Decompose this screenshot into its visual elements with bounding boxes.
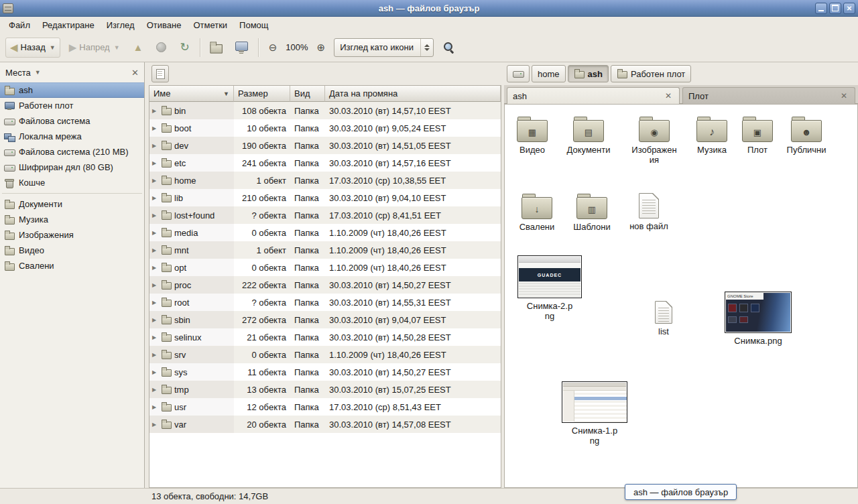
up-button[interactable]: ▲ [129, 38, 148, 58]
sidebar-item[interactable]: Видео [0, 243, 144, 258]
column-header-type[interactable]: Вид [290, 86, 325, 102]
folder-item-video[interactable]: Видео [505, 117, 559, 155]
sidebar-item[interactable]: Кошче [0, 175, 144, 190]
expander-icon[interactable]: ▶ [152, 282, 158, 288]
table-row[interactable]: ▶ media 0 обекта Папка 1.10.2009 (чт) 18… [149, 224, 501, 241]
sidebar-item[interactable]: Изображения [0, 227, 144, 243]
expander-icon[interactable]: ▶ [152, 108, 158, 114]
expander-icon[interactable]: ▶ [152, 265, 158, 271]
image-item-snimka[interactable]: GNOME Store Снимка.png [725, 292, 792, 346]
menu-item[interactable]: Изглед [101, 18, 141, 32]
path-desktop-button[interactable]: Работен плот [611, 65, 691, 82]
table-row[interactable]: ▶ home 1 обект Папка 17.03.2010 (ср) 10,… [149, 172, 501, 189]
table-row[interactable]: ▶ sbin 272 обекта Папка 30.03.2010 (вт) … [149, 311, 501, 328]
sidebar-item[interactable]: ash [0, 82, 144, 98]
location-bar-toggle-button[interactable] [151, 65, 169, 82]
sidebar-item[interactable]: Документи [0, 196, 144, 212]
expander-icon[interactable]: ▶ [152, 212, 158, 218]
table-row[interactable]: ▶ etc 241 обекта Папка 30.03.2010 (вт) 1… [149, 154, 501, 172]
back-button[interactable]: ◀ Назад ▼ [5, 38, 60, 58]
expander-icon[interactable]: ▶ [152, 230, 158, 236]
menu-item[interactable]: Отиване [141, 18, 188, 32]
image-item-snimka2[interactable]: GUADEC Снимка-2.png [517, 255, 582, 322]
expander-icon[interactable]: ▶ [152, 195, 158, 201]
table-row[interactable]: ▶ sys 11 обекта Папка 30.03.2010 (вт) 14… [149, 363, 501, 381]
forward-button[interactable]: ▶ Напред ▼ [64, 38, 125, 58]
table-row[interactable]: ▶ proc 222 обекта Папка 30.03.2010 (вт) … [149, 276, 501, 294]
close-button[interactable] [843, 3, 855, 14]
table-row[interactable]: ▶ bin 108 обекта Папка 30.03.2010 (вт) 1… [149, 102, 501, 119]
sidebar-item[interactable]: Работен плот [0, 98, 144, 113]
path-current-button[interactable]: ash [568, 65, 609, 82]
expander-icon[interactable]: ▶ [152, 247, 158, 253]
path-home-button[interactable]: home [532, 65, 566, 82]
table-row[interactable]: ▶ mnt 1 обект Папка 1.10.2009 (чт) 18,40… [149, 241, 501, 259]
table-row[interactable]: ▶ lib 210 обекта Папка 30.03.2010 (вт) 9… [149, 189, 501, 206]
expander-icon[interactable]: ▶ [152, 352, 158, 358]
back-dropdown-icon[interactable]: ▼ [50, 44, 56, 51]
menu-item[interactable]: Файл [3, 18, 36, 32]
stop-button[interactable] [151, 38, 171, 58]
expander-icon[interactable]: ▶ [152, 387, 158, 393]
sidebar-mode-dropdown-icon[interactable]: ▼ [35, 69, 41, 76]
minimize-button[interactable] [815, 3, 827, 14]
table-row[interactable]: ▶ boot 10 обекта Папка 30.03.2010 (вт) 9… [149, 119, 501, 137]
table-row[interactable]: ▶ selinux 21 обекта Папка 30.03.2010 (вт… [149, 328, 501, 346]
file-name: lost+found [174, 210, 214, 220]
search-button[interactable] [438, 38, 460, 58]
expander-icon[interactable]: ▶ [152, 125, 158, 131]
expander-icon[interactable]: ▶ [152, 369, 158, 375]
tab-plot[interactable]: Плот ✕ [682, 87, 855, 104]
sidebar-close-icon[interactable]: ✕ [131, 68, 139, 78]
sidebar-item[interactable]: Файлова система [0, 113, 144, 129]
folder-item-public[interactable]: Публични [780, 117, 833, 155]
folder-item-downloads[interactable]: Свалени [510, 194, 564, 233]
zoom-in-button[interactable]: ⊕ [312, 38, 330, 58]
table-row[interactable]: ▶ opt 0 обекта Папка 1.10.2009 (чт) 18,4… [149, 259, 501, 276]
maximize-button[interactable] [829, 3, 841, 14]
table-row[interactable]: ▶ srv 0 обекта Папка 1.10.2009 (чт) 18,4… [149, 346, 501, 363]
taskbar-window-button[interactable]: ash — файлов браузър [625, 484, 737, 500]
folder-item-desktop[interactable]: Плот [731, 117, 784, 155]
expander-icon[interactable]: ▶ [152, 334, 158, 340]
file-item-new-file[interactable]: нов файл [622, 193, 676, 232]
menu-item[interactable]: Отметки [187, 18, 233, 32]
tab-ash[interactable]: ash ✕ [507, 87, 680, 104]
expander-icon[interactable]: ▶ [152, 160, 158, 166]
expander-icon[interactable]: ▶ [152, 178, 158, 184]
expander-icon[interactable]: ▶ [152, 143, 158, 149]
image-item-snimka1[interactable]: Снимка-1.png [561, 381, 628, 446]
table-row[interactable]: ▶ usr 12 обекта Папка 17.03.2010 (ср) 8,… [149, 398, 501, 416]
table-row[interactable]: ▶ var 20 обекта Папка 30.03.2010 (вт) 14… [149, 416, 501, 433]
view-mode-select[interactable]: Изглед като икони [334, 38, 434, 57]
column-header-date[interactable]: Дата на промяна [325, 86, 501, 102]
expander-icon[interactable]: ▶ [152, 404, 158, 410]
reload-button[interactable]: ↻ [175, 38, 194, 58]
table-row[interactable]: ▶ root ? обекта Папка 30.03.2010 (вт) 14… [149, 294, 501, 311]
folder-item-templates[interactable]: Шаблони [565, 194, 619, 233]
zoom-out-button[interactable]: ⊖ [264, 38, 282, 58]
home-button[interactable] [206, 38, 226, 58]
folder-item-documents[interactable]: Документи [562, 117, 615, 155]
sidebar-item[interactable]: Свалени [0, 258, 144, 273]
sidebar-item[interactable]: Локална мрежа [0, 129, 144, 144]
sidebar-item[interactable]: Музика [0, 212, 144, 227]
table-row[interactable]: ▶ lost+found ? обекта Папка 17.03.2010 (… [149, 206, 501, 224]
tab-close-icon[interactable]: ✕ [663, 90, 674, 101]
menu-item[interactable]: Редактиране [36, 18, 101, 32]
sidebar-item[interactable]: Файлова система (210 MB) [0, 144, 144, 160]
tab-close-icon[interactable]: ✕ [839, 90, 849, 101]
computer-button[interactable] [230, 38, 253, 58]
table-row[interactable]: ▶ tmp 13 обекта Папка 30.03.2010 (вт) 15… [149, 381, 501, 398]
expander-icon[interactable]: ▶ [152, 422, 158, 428]
column-header-name[interactable]: Име ▼ [149, 86, 234, 102]
expander-icon[interactable]: ▶ [152, 317, 158, 323]
column-header-size[interactable]: Размер [234, 86, 290, 102]
table-row[interactable]: ▶ dev 190 обекта Папка 30.03.2010 (вт) 1… [149, 137, 501, 154]
path-root-button[interactable] [507, 65, 530, 82]
menu-item[interactable]: Помощ [233, 18, 274, 32]
folder-item-images[interactable]: Изображения [627, 117, 681, 166]
expander-icon[interactable]: ▶ [152, 300, 158, 306]
sidebar-item[interactable]: Шифриран дял (80 GB) [0, 160, 144, 175]
file-item-list[interactable]: list [644, 301, 684, 337]
